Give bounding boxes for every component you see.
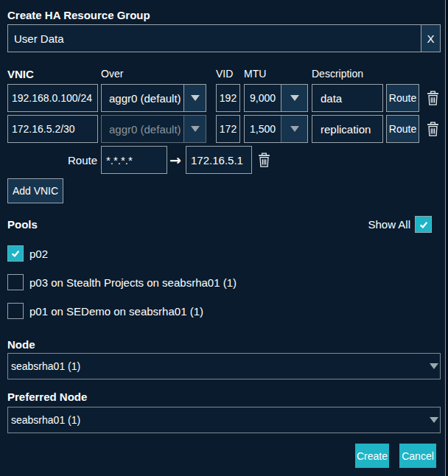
vid-input-1[interactable]: 192 [216,84,240,112]
over-select-2-value: aggr0 (default) [102,123,183,136]
over-select-1-value: aggr0 (default) [102,92,183,105]
pool-label: p03 on Stealth Projects on seabsrha01 (1… [29,276,237,289]
checkmark-icon [418,219,430,231]
pool-label: p01 on SEDemo on seabsrha01 (1) [29,305,203,318]
node-select[interactable]: seabsrha01 (1) [7,353,441,379]
vnic-row-1: 192.168.0.100/24 aggr0 (default) 192 9,0… [7,84,445,112]
show-all-label: Show All [368,218,410,231]
delete-route-button[interactable] [258,153,270,167]
chevron-down-icon [191,126,200,132]
mtu-column-header: MTU [244,69,312,80]
vid-input-2[interactable]: 172 [216,115,240,143]
vnic-table-headers: VNIC Over VID MTU Description [7,69,445,80]
create-button[interactable]: Create [355,444,389,468]
pool-checkbox-p01[interactable] [7,303,24,319]
preferred-node-select[interactable]: seabsrha01 (1) [7,407,441,433]
delete-vnic-button-2[interactable] [427,115,439,143]
mtu-select-2-value: 1,500 [245,123,281,135]
checkmark-icon [10,248,21,259]
chevron-down-icon [191,95,200,101]
vnic-column-header: VNIC [7,69,101,80]
preferred-node-label: Preferred Node [7,391,445,402]
mtu-select-2[interactable]: 1,500 [244,115,308,143]
route-button-2[interactable]: Route [386,115,419,143]
description-column-header: Description [312,69,445,80]
group-name-input[interactable]: User Data [8,25,421,52]
over-select-2-arrow[interactable] [183,116,206,142]
node-label: Node [7,339,445,350]
mtu-select-1-arrow[interactable] [281,85,307,111]
description-input-1[interactable]: data [312,84,383,112]
vnic-address-input-1[interactable]: 192.168.0.100/24 [7,84,98,112]
route-button-1[interactable]: Route [386,84,419,112]
delete-vnic-button-1[interactable] [427,84,439,112]
show-all-control: Show All [368,216,441,233]
chevron-down-icon [430,417,438,423]
trash-icon [427,91,439,105]
pools-label: Pools [7,218,38,231]
arrow-right-icon: → [169,152,181,168]
mtu-select-2-arrow[interactable] [281,116,307,142]
create-ha-resource-group-dialog: Create HA Resource Group User Data X VNI… [0,0,446,476]
dialog-title: Create HA Resource Group [7,0,445,21]
static-route-row: Route *.*.*.* → 172.16.5.1 [7,146,445,174]
add-vnic-button[interactable]: Add VNIC [7,178,63,203]
pool-item-p03: p03 on Stealth Projects on seabsrha01 (1… [7,274,445,290]
pool-label: p02 [29,248,48,260]
trash-icon [258,153,270,167]
vid-column-header: VID [216,69,244,80]
over-select-2[interactable]: aggr0 (default) [101,115,206,143]
mtu-select-1-value: 9,000 [245,92,281,104]
mtu-select-1[interactable]: 9,000 [244,84,308,112]
vnic-row-2: 172.16.5.2/30 aggr0 (default) 172 1,500 … [7,115,445,143]
pool-item-p02: p02 [7,245,445,262]
node-select-value: seabsrha01 (1) [11,360,80,372]
chevron-down-icon [430,363,438,369]
route-destination-input[interactable]: *.*.*.* [101,146,167,174]
pool-checkbox-p03[interactable] [7,274,24,290]
over-column-header: Over [101,69,216,80]
over-select-1-arrow[interactable] [183,85,206,111]
group-name-field: User Data X [7,24,441,52]
over-select-1[interactable]: aggr0 (default) [101,84,206,112]
pool-checkbox-p02[interactable] [7,245,24,262]
route-gateway-input[interactable]: 172.16.5.1 [186,146,252,174]
chevron-down-icon [290,95,299,101]
clear-name-button[interactable]: X [421,25,440,52]
pool-item-p01: p01 on SEDemo on seabsrha01 (1) [7,303,445,319]
cancel-button[interactable]: Cancel [399,444,436,468]
route-row-label: Route [7,154,101,167]
preferred-node-select-value: seabsrha01 (1) [11,414,80,426]
show-all-checkbox[interactable] [415,216,432,233]
description-input-2[interactable]: replication [312,115,383,143]
chevron-down-icon [290,126,299,132]
trash-icon [427,122,439,136]
pools-header-row: Pools Show All [7,216,441,233]
dialog-actions: Create Cancel [7,444,441,468]
vnic-address-input-2[interactable]: 172.16.5.2/30 [7,115,98,143]
